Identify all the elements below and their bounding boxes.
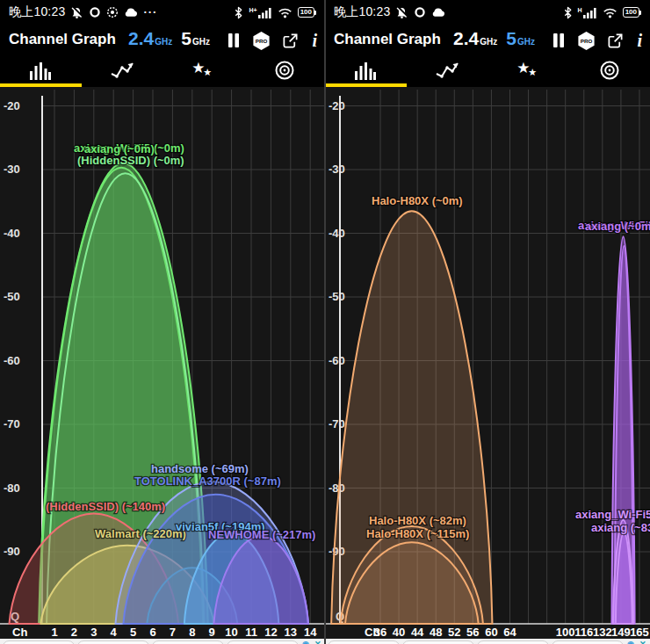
battery-icon: 100 [623,7,641,18]
ring-icon [89,6,101,18]
channel-graph-2.4ghz[interactable]: 1234567891011121314-20-30-40-50-60-70-80… [0,87,325,644]
wifi-icon [278,7,292,18]
network-label: (HiddenSSID) (~140m) [46,500,165,513]
y-tick-label: -60 [4,354,20,367]
x-tick-label: 10 [225,626,237,639]
x-tick-label: 116 [574,626,593,639]
y-tick-label: -60 [329,354,345,367]
band-5ghz[interactable]: 5GHz [181,28,210,49]
y-tick-label: -70 [329,417,345,431]
pro-badge[interactable]: PRO [251,31,271,51]
active-tab-indicator [0,83,82,87]
network-label: NEWHOME (~217m) [208,528,315,541]
refresh-icon[interactable]: ◉ [627,640,634,644]
y-tick-label: -30 [4,163,20,176]
cloud-icon [431,7,445,18]
share-icon[interactable] [282,33,299,49]
network-label: (HiddenSSID) (~0m) [77,154,184,167]
y-tick-label: -50 [329,290,345,303]
network-label: axiang (~0m) [585,220,650,233]
wifi-icon [603,7,618,18]
status-left: 晚上10:23 ··· [9,4,157,20]
x-tick-label: 4 [111,626,118,639]
ap-card[interactable] [77,640,149,644]
x-axis-title: Ch [12,626,27,639]
x-tick-label: 48 [430,626,442,639]
page-title: Channel Graph [334,31,441,48]
network-label: Halo-H80X (~115m) [366,527,469,540]
svg-text:PRO: PRO [256,38,268,44]
tab-time-graph[interactable] [407,56,488,83]
tab-bar: ★★ [0,56,325,83]
status-left: 晚上10:23 [334,4,445,20]
status-time: 晚上10:23 [334,4,390,20]
line-chart-icon [435,61,459,80]
tab-time-graph[interactable] [82,56,163,83]
close-icon[interactable]: ✕ [639,640,646,644]
x-tick-label: 100 [556,626,575,639]
x-tick-label: 9 [209,626,215,639]
pause-button[interactable] [227,33,241,48]
y-tick-label: -30 [329,163,345,176]
tab-channel-rating[interactable]: ★★ [162,56,244,83]
bluetooth-icon [563,6,573,19]
ap-card[interactable] [477,640,549,644]
tab-access-points[interactable] [569,56,650,83]
y-tick-label: -50 [4,290,20,303]
band-5ghz[interactable]: 5GHz [506,28,535,49]
tab-channel-graph[interactable] [0,56,82,83]
battery-level: 100 [623,7,639,18]
x-tick-label: 40 [393,626,405,639]
panel-5ghz: 晚上10:23 H [325,0,650,644]
ap-card[interactable] [152,640,224,644]
x-tick-label: 6 [149,626,155,639]
x-tick-label: 165 [630,626,649,639]
band-2.4ghz[interactable]: 2.4GHz [453,28,497,49]
ap-card[interactable] [3,640,75,644]
ring-icon [414,6,426,18]
close-icon[interactable]: ✕ [314,640,321,644]
cloud-icon [124,7,138,18]
x-tick-label: 13 [285,626,297,639]
x-tick-label: 7 [170,626,176,639]
channel-graph-5ghz[interactable]: 3640444852566064100116132149165-20-30-40… [325,87,650,644]
share-icon[interactable] [607,33,624,49]
header-actions: PRO i [552,25,645,56]
x-tick-label: 44 [411,626,424,639]
svg-text:PRO: PRO [581,38,593,44]
bar-chart-icon [354,61,377,80]
x-tick-label: 1 [51,626,57,639]
x-tick-label: 149 [611,626,631,639]
status-bar: 晚上10:23 ··· H+ [0,0,325,25]
ap-card[interactable] [552,640,624,644]
pause-button[interactable] [552,33,566,48]
network-label: axiang_Wi-Fi5 (~83m) [575,508,650,521]
ap-card[interactable] [328,640,400,644]
ap-card[interactable] [402,640,474,644]
info-button[interactable]: i [309,32,320,49]
tab-channel-rating[interactable]: ★★ [488,56,569,83]
band-switcher: 2.4GHz 5GHz [453,28,535,49]
network-label: TOTOLINK_A3700R (~87m) [134,474,281,488]
bluetooth-icon [234,6,243,19]
badge-icon [106,6,119,18]
panel-2.4ghz: 晚上10:23 ··· H+ [0,0,325,644]
battery-level: 100 [298,7,314,18]
tab-channel-graph[interactable] [325,56,407,83]
x-tick-label: 12 [264,626,277,639]
status-right: H 100 [563,6,641,19]
signal-icon: H [578,7,597,18]
band-2.4ghz[interactable]: 2.4GHz [128,28,172,49]
mute-icon [70,6,83,19]
network-type: H [578,7,582,13]
pro-badge[interactable]: PRO [576,31,596,51]
more-icon: ··· [143,8,157,17]
info-button[interactable]: i [634,32,645,49]
app-header: Channel Graph 2.4GHz 5GHz PRO i [0,25,325,56]
refresh-icon[interactable]: ◉ [302,640,309,644]
x-tick-label: 5 [130,626,136,639]
y-tick-label: -40 [329,227,345,240]
x-tick-label: 132 [593,626,612,639]
tab-access-points[interactable] [244,56,326,83]
ap-card[interactable] [227,640,299,644]
